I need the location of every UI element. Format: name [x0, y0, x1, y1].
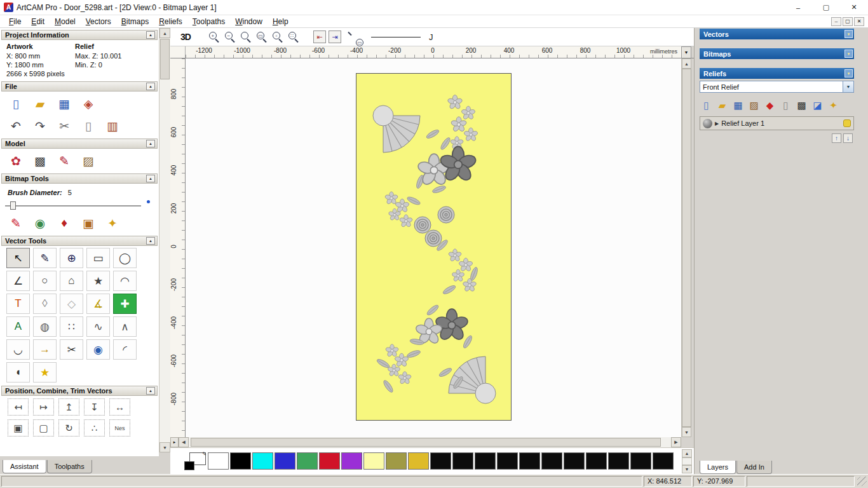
panel-pin-icon[interactable]: ▼: [844, 69, 853, 78]
new-relief-icon[interactable]: ▯: [700, 98, 713, 112]
palette-swatch[interactable]: [319, 452, 340, 470]
star-icon[interactable]: ★: [86, 271, 110, 291]
select-icon[interactable]: ↖: [6, 248, 30, 268]
scrollbar-thumb[interactable]: [682, 69, 691, 427]
arc-icon[interactable]: ◠: [113, 271, 137, 291]
palette-swatch[interactable]: [564, 452, 585, 470]
fit-lines-icon[interactable]: ∧: [113, 316, 137, 337]
ruler-units-dropdown-button[interactable]: ▼: [681, 46, 691, 58]
clipart-icon[interactable]: ✿: [8, 152, 24, 169]
relief-artwork[interactable]: [356, 73, 512, 421]
menu-help[interactable]: Help: [268, 16, 294, 27]
star-wizard-icon[interactable]: ★: [33, 362, 57, 383]
align-centre-icon[interactable]: ↔: [109, 398, 130, 416]
fit-arcs-icon[interactable]: ∿: [86, 316, 110, 337]
scroll-up-arrow[interactable]: ▲: [159, 28, 170, 38]
open-relief-icon[interactable]: ▰: [715, 98, 729, 112]
palette-swatch[interactable]: [497, 452, 518, 470]
record-icon[interactable]: ▥: [104, 118, 121, 134]
texture-icon[interactable]: ▨: [747, 98, 761, 112]
pick-colour-icon[interactable]: ♦: [56, 215, 72, 231]
palette-swatch[interactable]: [297, 452, 318, 470]
palette-swatch[interactable]: [452, 452, 473, 470]
menu-model[interactable]: Model: [50, 16, 81, 27]
save-model-icon[interactable]: ▦: [56, 95, 72, 112]
scrollbar-thumb[interactable]: [191, 438, 661, 447]
scrollbar-track[interactable]: [159, 80, 170, 442]
tab-assistant[interactable]: Assistant: [3, 460, 46, 473]
scrollbar-track[interactable]: [189, 437, 671, 447]
delete-layer-icon[interactable]: ◪: [811, 98, 824, 112]
measure-icon[interactable]: ∡: [86, 294, 110, 314]
scroll-up-arrow[interactable]: ▲: [682, 449, 692, 458]
panel-header-vectors[interactable]: Vectors▼: [700, 29, 854, 39]
snap-prev-toggle[interactable]: ⇤: [313, 30, 326, 43]
paste-icon[interactable]: ▯: [80, 118, 97, 134]
scrollbar-track[interactable]: [682, 458, 692, 465]
zoom-out-icon[interactable]: −: [223, 30, 237, 44]
zoom-area-icon[interactable]: ∷: [287, 30, 301, 44]
zoom-last-icon[interactable]: [239, 30, 253, 44]
paint-icon[interactable]: ✎: [8, 215, 24, 231]
import-export-icon[interactable]: ◈: [80, 95, 97, 112]
greyscale-view-icon[interactable]: ▩: [795, 98, 808, 112]
align-left-icon[interactable]: ↤: [8, 398, 29, 416]
palette-swatch[interactable]: [608, 452, 629, 470]
tab-add-in[interactable]: Add In: [736, 461, 772, 474]
snap-next-toggle[interactable]: ⇥: [329, 30, 341, 43]
undo-icon[interactable]: ↶: [8, 118, 24, 134]
extrude-icon[interactable]: ◉: [86, 339, 110, 360]
menu-toolpaths[interactable]: Toolpaths: [187, 16, 230, 27]
palette-swatch[interactable]: [275, 452, 295, 470]
cut-icon[interactable]: ✂: [56, 118, 72, 134]
palette-swatch[interactable]: [630, 452, 651, 470]
flood-fill-icon[interactable]: ✦: [104, 215, 121, 231]
sculpt-icon[interactable]: ✎: [56, 152, 72, 169]
polyline-icon[interactable]: ∠: [6, 271, 30, 291]
new-layer-icon[interactable]: ▯: [779, 98, 792, 112]
curve-preview-icon[interactable]: J: [429, 32, 433, 42]
align-right-icon[interactable]: ↦: [33, 398, 54, 416]
ellipse-icon[interactable]: ○: [33, 271, 57, 291]
nudge-icon[interactable]: ∴: [84, 419, 105, 437]
collapse-section-button[interactable]: [146, 31, 155, 39]
new-model-icon[interactable]: ▯: [8, 95, 24, 112]
canvas-2d-view[interactable]: [186, 58, 681, 437]
panel-pin-icon[interactable]: ▼: [844, 30, 853, 38]
save-relief-icon[interactable]: ▦: [731, 98, 745, 112]
secondary-colour-swatch[interactable]: [184, 461, 194, 470]
panel-header-reliefs[interactable]: Reliefs ▼: [700, 68, 854, 79]
mdi-close-button[interactable]: ✕: [854, 17, 864, 26]
tab-toolpaths[interactable]: Toolpaths: [47, 460, 92, 473]
paint-set-icon[interactable]: ▣: [80, 215, 97, 231]
redo-icon[interactable]: ↷: [32, 118, 48, 134]
tab-layers[interactable]: Layers: [700, 461, 736, 474]
line-width-preview[interactable]: [371, 37, 421, 37]
panel-pin-icon[interactable]: ▼: [844, 50, 853, 58]
menu-bitmaps[interactable]: Bitmaps: [116, 16, 154, 27]
join-icon[interactable]: ◜: [113, 339, 137, 360]
greyscale-icon[interactable]: ▩: [32, 152, 48, 169]
palette-swatch[interactable]: [208, 452, 229, 470]
node-edit-icon[interactable]: ✎: [33, 248, 57, 268]
centre-page-icon[interactable]: ▣: [8, 419, 29, 437]
minimize-button[interactable]: –: [784, 0, 812, 15]
nest-icon[interactable]: Nes: [109, 419, 130, 437]
panel-header-bitmaps[interactable]: Bitmaps▼: [700, 48, 854, 59]
scrollbar-thumb[interactable]: [160, 39, 170, 79]
text-block-icon[interactable]: A: [6, 316, 30, 337]
collapse-section-button[interactable]: [146, 387, 155, 395]
block-copy-icon[interactable]: ▢: [33, 419, 54, 437]
palette-swatch[interactable]: [341, 452, 362, 470]
palette-swatch[interactable]: [363, 452, 384, 470]
pane-splitter-button[interactable]: ▸: [170, 437, 179, 447]
palette-swatch[interactable]: [430, 452, 451, 470]
align-bottom-icon[interactable]: ↧: [84, 398, 105, 416]
switch-to-3d-view-button[interactable]: 3D: [177, 32, 194, 42]
window-resize-grip[interactable]: [857, 477, 867, 486]
diamond-icon[interactable]: ◇: [60, 294, 83, 314]
relief-layer-row[interactable]: ▶ Relief Layer 1: [700, 116, 854, 130]
collapse-section-button[interactable]: [146, 83, 155, 90]
brush-diameter-slider[interactable]: [5, 200, 150, 212]
palette-swatch[interactable]: [653, 452, 674, 470]
